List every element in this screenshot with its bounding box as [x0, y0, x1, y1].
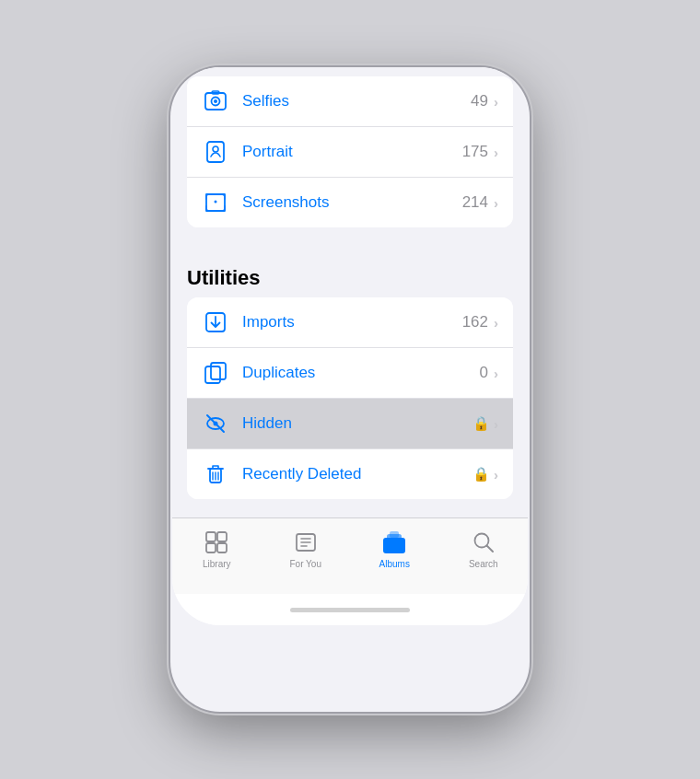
list-item[interactable]: Selfies 49 ›	[187, 76, 513, 127]
portrait-count: 175	[462, 143, 488, 161]
duplicates-label: Duplicates	[242, 364, 480, 382]
svg-rect-20	[206, 543, 216, 552]
media-types-list: Selfies 49 › Portrait 175 ›	[187, 76, 513, 227]
imports-label: Imports	[242, 313, 462, 331]
svg-point-7	[215, 201, 217, 203]
library-tab-label: Library	[203, 559, 231, 569]
svg-rect-28	[390, 531, 399, 538]
svg-point-5	[213, 146, 218, 152]
svg-line-30	[486, 546, 493, 552]
list-item[interactable]: Screenshots 214 ›	[187, 178, 513, 227]
screenshots-chevron: ›	[494, 195, 498, 211]
portrait-chevron: ›	[494, 145, 498, 160]
utilities-section-header: Utilities	[172, 246, 528, 297]
library-tab-icon	[204, 529, 229, 555]
hidden-label: Hidden	[242, 414, 472, 433]
recently-deleted-label: Recently Deleted	[242, 465, 472, 483]
recently-deleted-chevron: ›	[494, 467, 498, 483]
content-area: Selfies 49 › Portrait 175 ›	[172, 67, 528, 517]
svg-rect-18	[206, 532, 216, 541]
for-you-tab-icon	[293, 529, 319, 555]
svg-rect-21	[217, 543, 227, 552]
duplicates-chevron: ›	[494, 366, 498, 381]
svg-point-2	[214, 99, 217, 103]
hidden-lock-icon: 🔒	[472, 415, 490, 432]
svg-rect-19	[217, 532, 227, 541]
tab-albums[interactable]: Albums	[350, 528, 439, 569]
tab-library[interactable]: Library	[172, 528, 262, 569]
tab-search[interactable]: Search	[439, 528, 529, 569]
list-item[interactable]: Recently Deleted 🔒 ›	[187, 449, 513, 499]
tab-bar: Library For You	[172, 517, 528, 594]
imports-icon	[202, 308, 229, 336]
duplicates-count: 0	[480, 364, 488, 382]
duplicates-icon	[202, 359, 229, 387]
home-bar	[290, 608, 410, 612]
imports-count: 162	[462, 313, 488, 331]
portrait-icon	[202, 138, 229, 166]
recently-deleted-icon	[202, 460, 229, 488]
hidden-icon	[202, 410, 229, 437]
search-tab-label: Search	[469, 559, 498, 569]
list-item-hidden[interactable]: Hidden 🔒 ›	[187, 399, 513, 449]
utilities-list: Imports 162 › Duplicates 0 ›	[187, 297, 513, 499]
selfies-count: 49	[471, 92, 488, 110]
list-item[interactable]: Imports 162 ›	[187, 297, 513, 348]
svg-rect-10	[211, 363, 226, 379]
hidden-chevron: ›	[494, 416, 498, 432]
imports-chevron: ›	[494, 315, 498, 331]
phone-frame: Selfies 49 › Portrait 175 ›	[170, 67, 530, 712]
list-item[interactable]: Duplicates 0 ›	[187, 348, 513, 399]
search-tab-icon	[471, 529, 496, 555]
albums-tab-icon	[381, 529, 407, 555]
portrait-label: Portrait	[242, 143, 462, 161]
screenshots-label: Screenshots	[242, 193, 462, 212]
selfies-chevron: ›	[494, 94, 498, 110]
home-indicator	[172, 594, 528, 625]
selfies-label: Selfies	[242, 92, 471, 110]
recently-deleted-lock-icon: 🔒	[472, 466, 490, 483]
for-you-tab-label: For You	[290, 559, 321, 569]
phone-screen: Selfies 49 › Portrait 175 ›	[172, 67, 528, 625]
selfies-icon	[202, 87, 229, 115]
screenshots-icon	[202, 189, 229, 216]
screenshots-count: 214	[462, 193, 488, 212]
list-item[interactable]: Portrait 175 ›	[187, 127, 513, 178]
tab-for-you[interactable]: For You	[262, 528, 351, 569]
albums-tab-label: Albums	[379, 559, 410, 569]
utilities-title: Utilities	[187, 266, 260, 289]
